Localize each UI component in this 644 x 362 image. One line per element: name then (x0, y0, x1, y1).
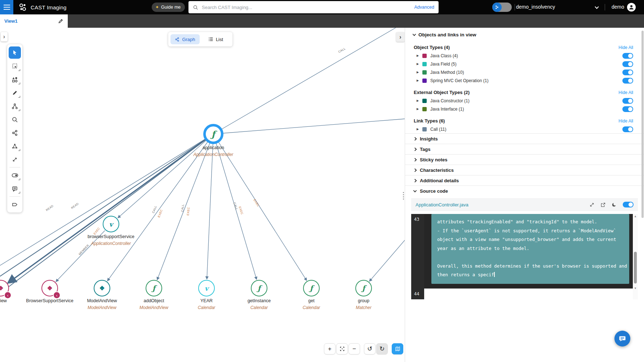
hide-all-link[interactable]: Hide All (618, 90, 633, 95)
chevron-right-icon (413, 179, 417, 182)
node-circle[interactable]: ƒ (146, 280, 162, 296)
line-number: 44 (414, 291, 419, 296)
visibility-toggle[interactable] (622, 78, 633, 84)
search-input[interactable]: Search CAST Imaging... Advanced (188, 1, 439, 13)
node-circle[interactable]: ƒ (303, 280, 320, 296)
expand-triangle-icon[interactable]: ▶ (417, 54, 422, 57)
type-color-swatch (422, 127, 427, 131)
open-in-new-button[interactable] (600, 202, 606, 207)
hide-all-link[interactable]: Hide All (618, 119, 633, 124)
left-panel-expand-button[interactable]: › (1, 32, 8, 41)
node-circle[interactable]: ❖ (94, 280, 110, 296)
node-circle[interactable]: v (103, 216, 119, 232)
list-view-button[interactable]: List (201, 34, 230, 44)
java-method-icon: ƒ (258, 284, 261, 292)
fit-to-screen-button[interactable] (336, 343, 348, 354)
toggle-visibility-tool-button[interactable] (8, 169, 22, 182)
node-circle[interactable]: ƒ (251, 280, 267, 296)
graph-view-button[interactable]: Graph (170, 34, 200, 44)
node-circle[interactable]: ƒ (355, 280, 372, 296)
pointer-tool-button[interactable] (9, 46, 21, 59)
expand-triangle-icon[interactable]: ▶ (417, 107, 422, 111)
java-method-icon: ƒ (362, 284, 365, 292)
source-code-viewer[interactable]: 43 44 attributes "trackingEnabled" and "… (411, 214, 638, 299)
hierarchy-tool-button[interactable] (8, 99, 22, 113)
hide-all-link[interactable]: Hide All (618, 45, 633, 50)
objects-links-header[interactable]: Objects and links in view (405, 28, 644, 40)
panel-scrollbar[interactable] (641, 31, 644, 218)
guide-me-button[interactable]: ✦ Guide me (152, 3, 185, 12)
expand-source-button[interactable] (589, 202, 595, 207)
divider (605, 4, 605, 10)
right-panel-collapse-button[interactable]: › (396, 32, 405, 42)
section-tags[interactable]: Tags (405, 144, 644, 154)
section-source-code[interactable]: Source code (405, 186, 644, 196)
share-links-tool-button[interactable] (8, 126, 22, 139)
visibility-toggle[interactable] (622, 61, 633, 67)
undo-button[interactable]: ↺ (364, 343, 376, 354)
advanced-search-link[interactable]: Advanced (414, 5, 434, 10)
chat-icon (619, 335, 626, 342)
node-circle[interactable]: ƒ (203, 124, 223, 144)
expand-triangle-icon[interactable]: ▶ (417, 128, 422, 131)
canvas-toolbar (7, 44, 22, 213)
tab-view1[interactable]: View1 (0, 14, 68, 28)
chat-assistant-button[interactable] (614, 331, 630, 347)
tab-bar: View1 (0, 14, 644, 28)
chevron-right-icon (413, 137, 417, 140)
user-avatar[interactable] (627, 3, 636, 12)
expand-triangle-icon[interactable]: ▶ (417, 99, 422, 102)
code-scrollbar[interactable]: ▲ ▼ (633, 214, 638, 299)
marquee-select-tool-button[interactable] (8, 59, 22, 73)
collapse-badge[interactable]: ‹ (4, 291, 12, 299)
panel-drag-handle[interactable] (403, 192, 404, 200)
zoom-search-tool-button[interactable] (8, 113, 22, 126)
dark-mode-icon (612, 202, 617, 207)
share-icon (12, 130, 18, 136)
view-mode-toggle: Graph List (168, 32, 232, 46)
workspace-name[interactable]: demo_insolvency (516, 4, 555, 10)
section-sticky-notes[interactable]: Sticky notes (405, 154, 644, 165)
type-color-swatch (422, 54, 427, 58)
expand-triangle-icon[interactable]: ▶ (417, 71, 422, 74)
shapes-tool-button[interactable] (8, 73, 22, 86)
expand-tool-button[interactable] (8, 153, 22, 166)
tag-tool-button[interactable] (8, 198, 22, 211)
redo-button[interactable]: ↻ (376, 343, 388, 354)
workspace-chevron-down-icon[interactable] (595, 5, 599, 9)
cluster-tool-button[interactable] (8, 139, 22, 153)
hierarchy-icon (12, 103, 18, 110)
menu-icon[interactable] (0, 0, 13, 14)
visibility-toggle[interactable] (622, 70, 633, 75)
toggle-icon (12, 172, 18, 179)
node-circle[interactable]: v (198, 280, 215, 296)
expand-triangle-icon[interactable]: ▶ (417, 62, 422, 66)
visibility-toggle[interactable] (622, 106, 633, 112)
visibility-toggle[interactable] (622, 98, 633, 104)
source-file-name[interactable]: ApplicationController.java (416, 202, 583, 207)
section-characteristics[interactable]: Characteristics (405, 165, 644, 175)
tree-row-spring-mvc-get: ▶ Spring MVC Get Operation (1) (405, 76, 644, 85)
node-sublabel: ApplicationController (79, 241, 143, 246)
magnifier-icon (12, 116, 18, 123)
graph-canvas[interactable]: CALL READ READ MEMBER CALL EXEC CALL EXE… (0, 28, 405, 362)
scrollbar-thumb[interactable] (634, 252, 637, 283)
graph-mode-icon (492, 3, 502, 12)
comment-tool-button[interactable] (8, 182, 22, 195)
section-additional-details[interactable]: Additional details (405, 175, 644, 186)
visibility-toggle[interactable] (622, 126, 633, 132)
minimap-button[interactable] (392, 343, 403, 354)
dark-mode-toggle[interactable] (623, 202, 634, 207)
section-insights[interactable]: Insights (405, 133, 644, 144)
zoom-out-button[interactable]: − (348, 343, 360, 354)
search-placeholder: Search CAST Imaging... (202, 5, 414, 10)
expand-triangle-icon[interactable]: ▶ (417, 79, 422, 82)
edit-pencil-icon[interactable] (58, 18, 63, 24)
person-icon (628, 4, 635, 10)
graph-view-icon (175, 37, 179, 42)
draw-tool-button[interactable] (8, 86, 22, 99)
collapse-badge[interactable]: ‹ (53, 291, 61, 299)
zoom-in-button[interactable]: + (324, 343, 336, 354)
app-switcher-toggle[interactable] (492, 3, 512, 12)
visibility-toggle[interactable] (622, 53, 633, 59)
